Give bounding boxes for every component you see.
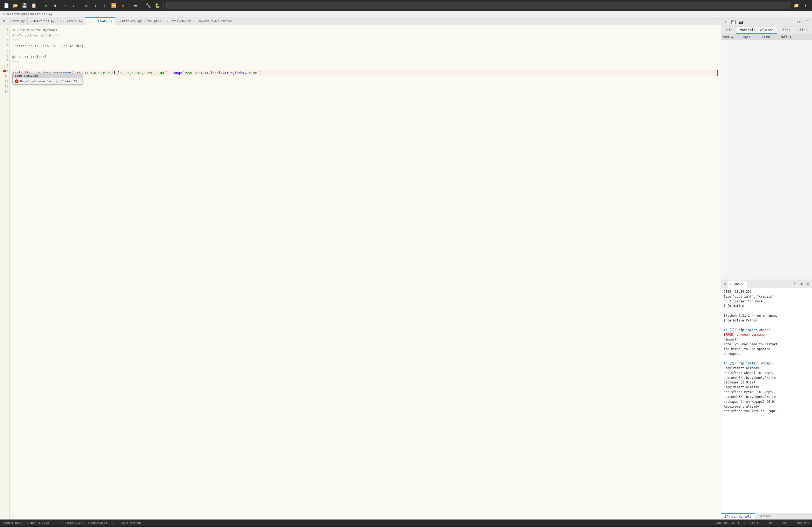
console-line: packages. — [724, 352, 809, 357]
error-icon: ✕ — [15, 79, 18, 83]
console-line: ERROR: unknown command — [724, 332, 809, 337]
tab-close[interactable]: ✕ — [167, 19, 169, 22]
tab-close[interactable]: ✕ — [30, 19, 32, 22]
console-line: Interactive Python. — [724, 318, 809, 323]
tab-collapse-btn[interactable]: ⊞ — [1, 18, 7, 24]
new-file-icon[interactable]: 📄 — [3, 2, 10, 10]
open-file-icon[interactable]: 📂 — [12, 2, 19, 10]
code-line — [12, 65, 718, 70]
rt-camera-icon[interactable]: 📷 — [738, 19, 744, 25]
tabs-menu-btn[interactable]: ☰ — [713, 19, 720, 23]
console-line: Requirement already — [724, 366, 809, 371]
console-line: satisfied: tabulate in ./opt- — [724, 409, 809, 414]
col-value: Value — [781, 35, 810, 39]
settings-icon[interactable]: 🔧 — [144, 2, 152, 10]
console-tab-close-btn[interactable]: ✕ — [730, 283, 732, 286]
console-line: In [1]: pip import wbgapi — [724, 328, 809, 333]
rt-menu-icon[interactable]: ☰ — [804, 19, 810, 25]
tab-close[interactable]: ✕ — [118, 19, 119, 22]
console-line: anaconda3/lib/python3.9/site- — [724, 395, 809, 400]
status-position: Line 10, Col 1 — [714, 521, 740, 525]
console-line: "import" — [724, 337, 809, 342]
run-cell-icon[interactable]: ⏭ — [52, 2, 59, 10]
debug-step-icon[interactable]: ↕ — [70, 2, 77, 10]
run-selection-icon[interactable]: ↩ — [61, 2, 69, 10]
tab-close[interactable]: ✕ — [60, 19, 62, 22]
code-line — [12, 92, 718, 97]
col-size: Size — [762, 35, 781, 39]
editor-tab[interactable]: ✕ untitled1.py — [28, 17, 57, 25]
console-icons: ⎘ ■ ☰ — [792, 281, 811, 287]
code-line: @author: tr4lph4l — [12, 54, 718, 60]
tab-help[interactable]: Help — [721, 27, 736, 34]
run-icon[interactable]: ▶ — [43, 2, 50, 10]
line-number: 7 — [2, 58, 8, 63]
console-line: Note: you may need to restart — [724, 342, 809, 347]
rt-more-icon[interactable]: ••• — [796, 19, 803, 25]
line-number: 3 — [2, 37, 8, 43]
tab-history[interactable]: History — [755, 513, 775, 520]
python-icon[interactable]: 🐍 — [154, 2, 161, 10]
console-line: In [2]: pip install wbgapi — [724, 361, 809, 366]
restart-icon[interactable]: ↺ — [83, 2, 90, 10]
path-input[interactable]: /Users/tr4lph4l — [166, 2, 791, 9]
toolbar: 📄 📂 💾 📋 ▶ ⏭ ↩ ↕ ↺ ↓ ↑ ⏩ ■ ☰ 🔧 🐍 /Users/t… — [0, 0, 812, 11]
console-copy-icon[interactable]: ⎘ — [792, 281, 798, 287]
save-icon[interactable]: 💾 — [21, 2, 28, 10]
editor-panel: ⊞ ✕ temp.py✕ untitled1.py✕ ECN394p1.py✕ … — [0, 17, 721, 520]
status-eol: LF — [769, 521, 772, 525]
code-analysis-item: ✕ Undefined name 'wb' (pyflakes E) — [13, 78, 82, 84]
editor-tab[interactable]: ✕ ECN394p1.py — [57, 17, 85, 25]
tab-close[interactable]: ✕ — [10, 19, 11, 22]
outline-icon[interactable]: ☰ — [132, 2, 139, 10]
console-menu-icon[interactable]: ☰ — [805, 281, 811, 287]
col-name: Nam ▲ — [723, 35, 742, 39]
ca-error-text: Undefined name 'wb' (pyflakes E) — [20, 80, 77, 83]
stop-icon[interactable]: ■ — [119, 2, 127, 10]
editor-tab[interactable]: ✕ untitled2.py - .spyder-py3/autosave — [164, 17, 235, 25]
status-conda: conda: base (Python 3.9.13) — [3, 521, 51, 525]
code-line: #!/usr/bin/env python3 — [12, 27, 718, 33]
tab-ipython-console[interactable]: IPython Console — [721, 513, 755, 520]
right-panel: ⬇ 💾 📷 ••• ☰ Help Variable Explorer Plots… — [721, 17, 812, 520]
code-line: """ — [12, 38, 718, 44]
console-line: IPython 7.31.1 -- An enhanced — [724, 313, 809, 318]
save-as-icon[interactable]: 📋 — [30, 2, 38, 10]
variable-explorer-tabs: Help Variable Explorer Plots Files — [721, 27, 812, 34]
console-line: Requirement already — [724, 385, 809, 390]
tab-files[interactable]: Files — [794, 27, 811, 34]
console-line: the kernel to use updated — [724, 347, 809, 352]
console-line: anaconda3/lib/python3.9/site- — [724, 376, 809, 380]
editor-tab[interactable]: ✕ temp.py — [7, 17, 28, 25]
line-number: 6 — [2, 53, 8, 58]
console-win-btn[interactable]: ⊟ — [722, 281, 728, 287]
upload-icon[interactable]: ⬆ — [802, 2, 809, 10]
folder-nav-icon[interactable]: 📁 — [793, 2, 800, 10]
code-analysis-popup: Code analysis ✕ Undefined name 'wb' (pyf… — [12, 73, 82, 85]
code-content[interactable]: #!/usr/bin/env python3 # -*- coding: utf… — [10, 25, 721, 520]
code-line — [12, 81, 718, 86]
tab-plots[interactable]: Plots — [777, 27, 794, 34]
line-number: 1 — [2, 27, 8, 32]
step-up-icon[interactable]: ↑ — [101, 2, 108, 10]
code-line — [12, 86, 718, 92]
line-number: 11 — [2, 79, 8, 84]
console-tab-ipython[interactable]: ✕ Cons... — [728, 280, 747, 288]
error-line-marker — [717, 70, 718, 76]
console-output[interactable]: 2022, 18:29:29)Type "copyright", "credit… — [721, 288, 812, 513]
editor-tab[interactable]: ✕ untitled3.py — [85, 17, 115, 25]
tab-close[interactable]: ✕ — [88, 20, 90, 23]
code-analysis-header: Code analysis — [13, 73, 82, 78]
console-line: 2022, 18:29:29) — [724, 289, 809, 295]
line-number: 13 — [2, 89, 8, 94]
rt-folder-icon[interactable]: 💾 — [730, 19, 737, 25]
console-tab-label: Cons... — [733, 282, 745, 286]
tab-variable-explorer[interactable]: Variable Explorer — [736, 27, 777, 34]
status-memory: Mem 94% — [797, 521, 809, 525]
console-stop-icon[interactable]: ■ — [799, 281, 804, 287]
debug-continue-icon[interactable]: ⏩ — [110, 2, 118, 10]
rt-save-icon[interactable]: ⬇ — [723, 19, 729, 25]
editor-tab[interactable]: ✕ untitled2.py - tr4lph4l — [115, 17, 164, 25]
console-bottom-tabs: IPython Console History — [721, 513, 812, 520]
step-down-icon[interactable]: ↓ — [92, 2, 99, 10]
